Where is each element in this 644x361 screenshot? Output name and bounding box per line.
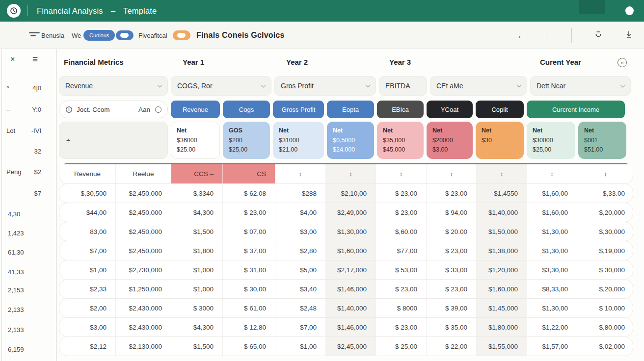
table-cell[interactable]: $,02,000 [577, 337, 633, 356]
table-cell[interactable]: $2,17,000 [326, 260, 376, 279]
sort-icon[interactable]: ↕ [326, 164, 376, 183]
table-cell[interactable]: $,30,000 [577, 222, 633, 241]
import-icon[interactable] [594, 30, 603, 41]
table-cell[interactable]: $2,450,000 [116, 184, 171, 203]
table-cell[interactable]: $ 23,00 [376, 203, 427, 222]
summary-card[interactable]: Net$30 [476, 122, 524, 159]
table-header-cell[interactable]: Reelue [116, 164, 171, 183]
search-input[interactable]: Joct. Ccom Aan [59, 101, 168, 118]
table-cell[interactable]: $7,00 [59, 241, 116, 260]
table-cell[interactable]: $1,40,000 [326, 299, 376, 317]
sort-icon[interactable]: ↕ [477, 164, 527, 183]
table-cell[interactable]: $8,33,00 [527, 280, 577, 298]
table-cell[interactable]: $ 23,00 [376, 318, 427, 336]
table-cell[interactable]: $ 23,00 [376, 280, 427, 298]
table-cell[interactable]: $ 61,00 [223, 299, 275, 317]
table-cell[interactable]: $3,40 [275, 280, 326, 298]
table-cell[interactable]: $1,500 [171, 337, 223, 356]
table-header-cell-highlighted[interactable]: CCS – [171, 164, 223, 183]
table-cell[interactable]: $1,60,00 [527, 184, 577, 203]
table-cell[interactable]: $2,80 [275, 241, 326, 260]
table-cell[interactable]: $2,730,000 [116, 260, 171, 279]
metric-pill[interactable]: Eopta [327, 101, 374, 118]
filter-icon[interactable] [28, 30, 40, 40]
close-icon[interactable]: × [10, 55, 15, 64]
table-cell[interactable]: $ 3000 [171, 299, 223, 317]
table-cell[interactable]: $ 8000 [376, 299, 427, 317]
table-header-cell-highlighted[interactable]: CS [223, 164, 275, 183]
table-cell[interactable]: $,20,000 [577, 280, 633, 298]
table-cell[interactable]: $ 39,00 [427, 299, 477, 317]
sort-icon[interactable]: ↕ [527, 164, 577, 183]
circle-n-icon[interactable]: n [617, 58, 627, 67]
summary-card[interactable]: Net$0,5000$24,000 [327, 122, 374, 159]
table-cell[interactable]: $1,57,00 [527, 337, 577, 356]
table-cell[interactable]: $1,55,000 [477, 337, 527, 356]
arrow-right-icon[interactable]: → [514, 31, 522, 39]
metric-dropdown[interactable]: Gros Profit [274, 76, 376, 96]
table-cell[interactable]: $2,12 [59, 337, 116, 356]
table-cell[interactable]: $ 22,00 [427, 337, 477, 356]
table-cell[interactable]: $1,60,000 [326, 241, 376, 260]
table-cell[interactable]: $288 [275, 184, 326, 203]
table-cell[interactable]: $4,300 [171, 203, 223, 222]
table-header-cell[interactable]: Revenue [59, 164, 116, 183]
table-cell[interactable]: $1,30,00 [527, 299, 577, 317]
toolbar-pill-button[interactable]: Cuolous [83, 30, 115, 41]
metric-pill[interactable]: YCoat [427, 101, 473, 118]
table-cell[interactable]: $7,00 [275, 318, 326, 336]
table-cell[interactable]: $2,33 [59, 280, 116, 298]
sort-icon[interactable]: ↕ [376, 164, 427, 183]
table-cell[interactable]: $1,50,000 [477, 222, 527, 241]
table-cell[interactable]: $,60.00 [376, 222, 427, 241]
table-cell[interactable]: $2,430,000 [116, 318, 171, 336]
table-cell[interactable]: $2,450,000 [116, 203, 171, 222]
table-cell[interactable]: $2,48 [275, 299, 326, 317]
table-cell[interactable]: $1,00 [59, 260, 116, 279]
table-cell[interactable]: $ 25,00 [376, 337, 427, 356]
table-cell[interactable]: $ 30,00 [223, 280, 275, 298]
table-cell[interactable]: $2,130,000 [116, 337, 171, 356]
table-cell[interactable]: $1,38,000 [477, 241, 527, 260]
metric-dropdown[interactable]: EBITDA [379, 76, 427, 96]
table-cell[interactable]: $,30,500 [59, 184, 116, 203]
table-cell[interactable]: $4,300 [171, 318, 223, 336]
table-cell[interactable]: $1,80,000 [477, 318, 527, 336]
table-cell[interactable]: $ 94,00 [427, 203, 477, 222]
table-cell[interactable]: $1,30,00 [527, 241, 577, 260]
table-cell[interactable]: $1,60,00 [527, 203, 577, 222]
table-cell[interactable]: $ 20.00 [427, 222, 477, 241]
table-cell[interactable]: $1,000 [171, 280, 223, 298]
avatar[interactable] [625, 6, 634, 15]
table-cell[interactable]: $,80,000 [577, 318, 633, 336]
table-cell[interactable]: $1,30,000 [326, 222, 376, 241]
summary-card[interactable]: Net$36000$25.00 [171, 122, 220, 159]
table-cell[interactable]: $1,20,000 [477, 260, 527, 279]
table-cell[interactable]: $ 30,000 [577, 260, 633, 279]
summary-card[interactable]: Net$30000$25,00 [527, 122, 575, 159]
sort-icon[interactable]: ↕ [427, 164, 477, 183]
table-cell[interactable]: $1,40,000 [477, 203, 527, 222]
table-cell[interactable]: $ 65,00 [223, 337, 275, 356]
table-cell[interactable]: $4,00 [275, 203, 326, 222]
table-cell[interactable]: $1,500 [171, 222, 223, 241]
metric-pill[interactable]: Cogs [223, 101, 270, 118]
metric-dropdown[interactable]: COGS, Ror [171, 76, 271, 96]
metric-pill[interactable]: EBIca [377, 101, 424, 118]
table-cell[interactable]: $ 35,00 [427, 318, 477, 336]
download-icon[interactable] [624, 30, 633, 41]
table-cell[interactable]: $1,00 [275, 337, 326, 356]
table-cell[interactable]: $,33.00 [577, 184, 633, 203]
metric-dropdown[interactable]: CEt aMe [430, 76, 527, 96]
sort-icon[interactable]: ↕ [577, 164, 633, 183]
metric-dropdown[interactable]: Dett Ncar [530, 76, 631, 96]
table-cell[interactable]: $1,30,00 [527, 222, 577, 241]
table-cell[interactable]: $ 10,000 [577, 299, 633, 317]
table-cell[interactable]: $,3340 [171, 184, 223, 203]
summary-card[interactable]: Net$20000$3,00 [427, 122, 473, 159]
table-cell[interactable]: $3,00 [275, 222, 326, 241]
summary-card[interactable]: Net$001$51,00 [578, 122, 626, 159]
app-logo-button[interactable] [7, 4, 21, 18]
table-cell[interactable]: $2,00 [59, 299, 116, 317]
table-cell[interactable]: $3,30,00 [527, 260, 577, 279]
